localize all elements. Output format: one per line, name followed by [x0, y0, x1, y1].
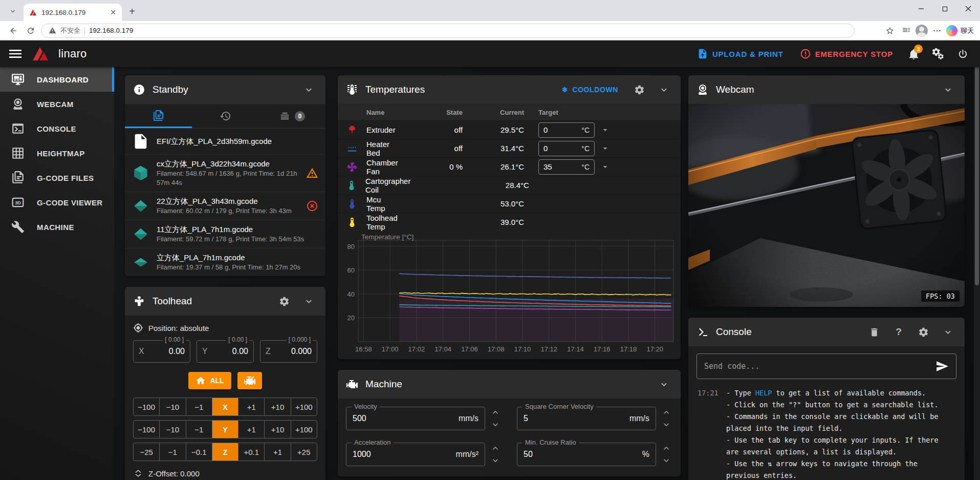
target-temp-input[interactable] — [543, 162, 567, 171]
jog-button[interactable]: −1 — [186, 398, 212, 415]
spinner-up-icon[interactable] — [489, 443, 502, 453]
jog-button[interactable]: −100 — [134, 398, 159, 415]
settings-gears-icon[interactable] — [928, 44, 948, 64]
jog-button[interactable]: +25 — [291, 443, 317, 461]
mainsail-logo[interactable] — [31, 46, 53, 62]
motors-off-button[interactable] — [237, 372, 262, 389]
window-close-button[interactable] — [956, 0, 980, 17]
home-all-button[interactable]: ALL — [188, 372, 231, 389]
target-dropdown-caret[interactable] — [595, 162, 615, 172]
sidebar-item-webcam[interactable]: WEBCAM — [0, 92, 114, 116]
axis-y-field[interactable]: Y 0.00 [ 0.00 ] — [197, 340, 254, 363]
power-icon[interactable] — [952, 44, 973, 64]
axis-x-field[interactable]: X 0.00 [ 0.00 ] — [133, 340, 190, 363]
jog-button[interactable]: −1 — [186, 421, 212, 438]
target-temp-input[interactable] — [543, 126, 567, 134]
help-icon[interactable]: ? — [890, 323, 907, 341]
tab-job-queue[interactable]: 0 — [258, 104, 325, 128]
gcode-file-row[interactable]: 22立方体_PLA_3h43m.gcode Filament: 60.02 m … — [125, 192, 325, 220]
velocity-input[interactable]: Velocity 500 mm/s — [346, 407, 485, 430]
gcode-file-row[interactable]: EFI/立方体_PLA_2d3h59m.gcode — [125, 129, 325, 155]
cooldown-button[interactable]: ❄ COOLDOWN — [557, 82, 623, 97]
jog-button[interactable]: +1 — [238, 421, 264, 438]
browser-menu-icon[interactable]: ⋯ — [930, 24, 944, 38]
copilot-icon[interactable] — [946, 25, 957, 36]
target-dropdown-caret[interactable] — [595, 125, 615, 135]
jog-button[interactable]: +0.1 — [238, 443, 264, 461]
target-temp-field[interactable]: °C — [538, 141, 595, 156]
sidebar-item-dashboard[interactable]: DASHBOARD — [0, 67, 114, 92]
gear-icon[interactable] — [630, 81, 648, 98]
target-temp-input[interactable] — [543, 144, 567, 153]
jog-button[interactable]: +100 — [291, 421, 317, 438]
tab-search-button[interactable] — [4, 4, 21, 18]
emergency-stop-button[interactable]: EMERGENCY STOP — [794, 44, 899, 64]
jog-button[interactable]: −10 — [159, 398, 185, 415]
url-bar[interactable]: 不安全 192.168.0.179 — [41, 24, 855, 38]
target-temp-field[interactable]: °C — [538, 159, 595, 175]
jog-button[interactable]: −10 — [159, 421, 185, 438]
sidebar-item-gcode-files[interactable]: G-CODE FILES — [0, 165, 114, 190]
window-minimize-button[interactable] — [909, 0, 933, 17]
profile-avatar[interactable] — [916, 25, 928, 37]
sidebar-item-gcode-viewer[interactable]: 3D G-CODE VIEWER — [0, 190, 114, 215]
min-cruise-ratio-input[interactable]: Min. Cruise Ratio 50 % — [517, 443, 656, 466]
collapse-chevron-icon[interactable] — [655, 375, 672, 393]
spinner-down-icon[interactable] — [660, 455, 672, 466]
jog-button[interactable]: −1 — [159, 443, 185, 461]
spinner-up-icon[interactable] — [489, 407, 502, 418]
spinner-up-icon[interactable] — [660, 443, 672, 453]
console-input[interactable] — [704, 362, 930, 371]
gear-icon[interactable] — [275, 293, 293, 310]
console-input-field[interactable] — [696, 353, 956, 379]
jog-button[interactable]: +10 — [264, 421, 290, 438]
chat-label[interactable]: 聊天 — [961, 26, 974, 35]
help-command-link[interactable]: HELP — [755, 389, 772, 397]
jog-button[interactable]: +1 — [264, 443, 290, 461]
jog-button[interactable]: −100 — [134, 421, 159, 438]
gcode-file-row[interactable]: 立方体_PLA_7h1m.gcode Filament: 19.37 m / 5… — [125, 248, 325, 276]
jog-button[interactable]: +100 — [291, 398, 317, 415]
jog-button[interactable]: −25 — [134, 443, 159, 461]
jog-button[interactable]: +10 — [264, 398, 290, 415]
spinner-up-icon[interactable] — [660, 407, 672, 418]
browser-tab[interactable]: 192.168.0.179 ✕ — [24, 4, 122, 21]
sidebar-item-console[interactable]: CONSOLE — [0, 116, 114, 141]
notifications-bell-icon[interactable]: 3 — [903, 44, 924, 64]
collapse-chevron-icon[interactable] — [939, 323, 956, 341]
target-temp-field[interactable]: °C — [538, 122, 595, 138]
jog-button[interactable]: +1 — [238, 398, 264, 415]
upload-print-button[interactable]: UPLOAD & PRINT — [691, 44, 790, 64]
spinner-down-icon[interactable] — [660, 420, 672, 430]
square-corner-velocity-input[interactable]: Square Corner Velocity 5 mm/s — [517, 407, 656, 430]
new-tab-button[interactable]: + — [125, 4, 139, 18]
bookmark-star-icon[interactable] — [883, 24, 897, 38]
scrollbar-thumb[interactable] — [975, 44, 979, 285]
collapse-chevron-icon[interactable] — [300, 81, 317, 98]
acceleration-input[interactable]: Acceleration 1000 mm/s² — [346, 443, 485, 466]
tab-close-icon[interactable]: ✕ — [108, 8, 118, 17]
collections-icon[interactable] — [899, 24, 913, 38]
collapse-chevron-icon[interactable] — [939, 81, 956, 98]
spinner-down-icon[interactable] — [489, 420, 502, 430]
collapse-chevron-icon[interactable] — [300, 293, 317, 310]
menu-hamburger-icon[interactable] — [7, 46, 24, 62]
axis-z-field[interactable]: Z 0.000 [ 0.000 ] — [260, 340, 317, 363]
collapse-chevron-icon[interactable] — [655, 81, 672, 98]
sidebar-item-heightmap[interactable]: HEIGHTMAP — [0, 141, 114, 165]
tab-gcode-files[interactable] — [125, 104, 192, 128]
page-scrollbar[interactable] — [974, 40, 980, 480]
gear-icon[interactable] — [914, 323, 932, 341]
target-dropdown-caret[interactable] — [595, 143, 615, 153]
tab-history[interactable] — [192, 104, 259, 128]
jog-button[interactable]: −0.1 — [186, 443, 212, 461]
gcode-file-row[interactable]: 11立方体_PLA_7h1m.gcode Filament: 59.72 m /… — [125, 220, 325, 248]
spinner-down-icon[interactable] — [489, 455, 502, 466]
back-icon[interactable] — [6, 24, 20, 38]
trash-icon[interactable] — [865, 323, 883, 341]
sidebar-item-machine[interactable]: MACHINE — [0, 215, 114, 239]
gcode-file-row[interactable]: cx立方体_PLA_3d22h34m.gcode Filament: 548.6… — [125, 155, 325, 192]
refresh-icon[interactable] — [24, 24, 38, 38]
send-icon[interactable] — [935, 360, 949, 373]
window-maximize-button[interactable] — [933, 0, 956, 17]
